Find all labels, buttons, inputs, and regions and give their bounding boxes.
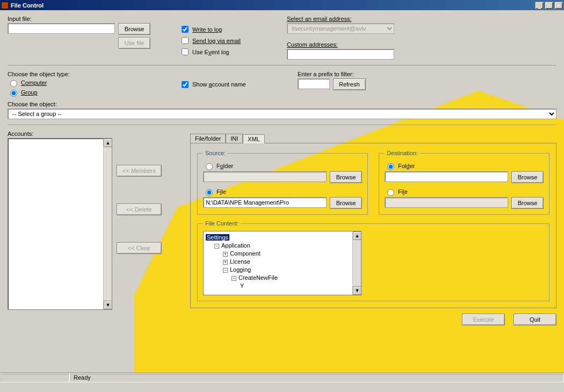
tree-component[interactable]: Component bbox=[230, 250, 261, 257]
accounts-scrollbar[interactable]: ▲ ▼ bbox=[103, 139, 112, 309]
tree-license[interactable]: License bbox=[230, 258, 250, 265]
file-content-tree[interactable]: Settings -Application +Component +Licens… bbox=[203, 231, 361, 295]
accounts-listbox[interactable]: ▲ ▼ bbox=[8, 138, 112, 310]
group-label: Group bbox=[21, 89, 38, 96]
file-content-legend: File Content: bbox=[203, 220, 241, 227]
source-folder-label: Folder bbox=[216, 163, 233, 169]
status-ready: Ready bbox=[70, 373, 564, 382]
maximize-button[interactable]: □ bbox=[545, 2, 553, 9]
source-legend: Source: bbox=[203, 150, 228, 156]
status-cell-1 bbox=[0, 373, 70, 382]
dest-file-browse-button[interactable]: Browse bbox=[511, 197, 544, 209]
separator-2 bbox=[8, 125, 556, 125]
members-button[interactable]: << Members bbox=[117, 165, 162, 177]
dest-file-field[interactable] bbox=[385, 197, 508, 208]
input-file-field[interactable] bbox=[8, 23, 115, 34]
scroll-down-icon[interactable]: ▼ bbox=[104, 301, 112, 309]
tab-ini[interactable]: INI bbox=[226, 134, 243, 143]
use-file-button[interactable]: Use file bbox=[118, 37, 150, 49]
source-file-browse-button[interactable]: Browse bbox=[330, 197, 362, 209]
use-event-log-label: Use Event log bbox=[192, 49, 229, 55]
scroll-up-icon[interactable]: ▲ bbox=[353, 231, 361, 240]
choose-object-type-label: Choose the object type: bbox=[8, 71, 169, 77]
browse-input-button[interactable]: Browse bbox=[118, 23, 150, 35]
tree-application[interactable]: Application bbox=[221, 242, 250, 249]
dest-folder-label: Folder bbox=[398, 163, 415, 169]
scroll-down-icon[interactable]: ▼ bbox=[353, 286, 361, 295]
file-content-fieldset: File Content: Settings -Application +Com… bbox=[197, 220, 549, 301]
tree-scrollbar[interactable]: ▲ ▼ bbox=[352, 231, 361, 295]
source-file-label: File bbox=[216, 188, 226, 195]
object-select[interactable]: -- Select a group -- bbox=[8, 108, 556, 119]
prefix-field[interactable] bbox=[298, 78, 330, 89]
minimize-button[interactable]: _ bbox=[535, 2, 544, 9]
close-button[interactable]: ✕ bbox=[554, 2, 563, 9]
tree-collapse-icon[interactable]: - bbox=[232, 276, 236, 281]
show-account-label: Show account name bbox=[192, 81, 246, 88]
custom-addresses-label: Custom addresses: bbox=[287, 41, 405, 48]
source-file-field[interactable] bbox=[203, 197, 327, 208]
tree-collapse-icon[interactable]: - bbox=[214, 244, 219, 249]
tab-body: Source: Folder Browse File Browse bbox=[190, 143, 556, 308]
send-log-email-checkbox[interactable] bbox=[182, 37, 189, 44]
accounts-label: Accounts: bbox=[8, 130, 179, 137]
separator bbox=[8, 65, 556, 66]
send-log-email-label: Send log via email bbox=[192, 38, 241, 44]
destination-legend: Destination: bbox=[385, 150, 420, 156]
tree-root[interactable]: Settings bbox=[206, 234, 229, 241]
quit-button[interactable]: Quit bbox=[514, 314, 556, 325]
dest-folder-radio[interactable] bbox=[387, 163, 394, 170]
use-event-log-checkbox[interactable] bbox=[182, 48, 189, 55]
dest-folder-field[interactable] bbox=[385, 171, 508, 182]
execute-button[interactable]: Execute bbox=[462, 314, 505, 325]
statusbar: Ready bbox=[0, 373, 564, 382]
group-radio[interactable] bbox=[10, 90, 17, 97]
source-folder-browse-button[interactable]: Browse bbox=[330, 171, 362, 183]
select-email-label: Select an email address: bbox=[287, 16, 405, 22]
tree-collapse-icon[interactable]: - bbox=[223, 268, 228, 273]
write-log-checkbox[interactable] bbox=[182, 26, 189, 33]
titlebar: File Control _ □ ✕ bbox=[0, 0, 564, 10]
window-title: File Control bbox=[11, 2, 535, 9]
tree-expand-icon[interactable]: + bbox=[223, 260, 228, 265]
source-file-radio[interactable] bbox=[206, 189, 213, 196]
tree-y[interactable]: Y bbox=[240, 282, 244, 289]
tree-createnewfile[interactable]: CreateNewFile bbox=[238, 274, 278, 281]
write-log-label: Write to log bbox=[192, 26, 222, 33]
tree-expand-icon[interactable]: + bbox=[223, 252, 228, 257]
app-icon bbox=[1, 2, 9, 9]
source-fieldset: Source: Folder Browse File Browse bbox=[197, 150, 368, 215]
show-account-checkbox[interactable] bbox=[182, 81, 189, 88]
computer-radio[interactable] bbox=[10, 80, 17, 87]
dest-file-radio[interactable] bbox=[387, 189, 394, 196]
source-folder-radio[interactable] bbox=[206, 163, 213, 170]
source-folder-field[interactable] bbox=[203, 171, 327, 182]
clear-button[interactable]: << Clear bbox=[117, 242, 162, 254]
tab-xml[interactable]: XML bbox=[243, 134, 265, 143]
tree-logging[interactable]: Logging bbox=[230, 266, 251, 273]
computer-label: Computer bbox=[21, 79, 47, 86]
input-file-label: Input file: bbox=[8, 16, 169, 22]
prefix-label: Enter a prefix to filter: bbox=[298, 71, 366, 77]
dest-folder-browse-button[interactable]: Browse bbox=[511, 171, 544, 183]
tab-file-folder[interactable]: File/folder bbox=[190, 134, 226, 143]
custom-addresses-field[interactable] bbox=[287, 49, 394, 60]
choose-object-label: Choose the object: bbox=[8, 101, 556, 107]
scroll-up-icon[interactable]: ▲ bbox=[104, 139, 112, 147]
delete-button[interactable]: << Delete bbox=[117, 204, 162, 215]
email-select[interactable]: itsecuritymanagement@aviv bbox=[287, 23, 394, 34]
destination-fieldset: Destination: Folder Browse File Browse bbox=[379, 150, 549, 215]
refresh-button[interactable]: Refresh bbox=[333, 78, 366, 90]
dest-file-label: File bbox=[398, 188, 408, 195]
